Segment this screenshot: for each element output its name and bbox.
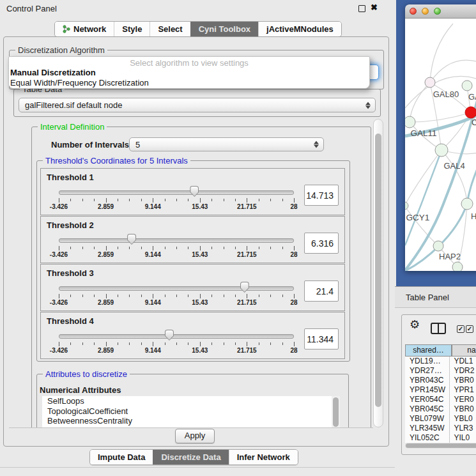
checkbox-icon[interactable]: ✓ <box>466 325 473 333</box>
threshold-slider[interactable]: -3.4262.8599.14415.4321.71528 <box>59 330 294 355</box>
table-column-header[interactable]: shared… <box>405 344 452 357</box>
slider-tick-label: -3.426 <box>50 203 68 210</box>
table-row[interactable]: YDL19…YDL1 <box>405 357 476 366</box>
network-edge[interactable] <box>438 204 467 246</box>
threshold-label: Threshold 1 <box>47 173 339 182</box>
table-row[interactable]: YPR145WYPR1 <box>405 385 476 395</box>
threshold-slider[interactable]: -3.4262.8599.14415.4321.71528 <box>59 282 294 307</box>
table-cell: YPR145W <box>405 385 450 395</box>
network-window-titlebar[interactable] <box>405 4 476 19</box>
network-node[interactable] <box>433 241 443 251</box>
network-canvas[interactable]: GAL80GACGAL11GAL4GCY1HHAP2 <box>405 19 476 271</box>
slider-tick <box>70 295 71 297</box>
attributes-list-scrollbar[interactable] <box>332 396 340 428</box>
attribute-list-item[interactable]: SelfLoops <box>42 396 332 406</box>
slider-track[interactable] <box>59 238 294 243</box>
tab-tab-label: Network <box>73 24 106 34</box>
slider-tick <box>106 294 107 298</box>
table-data-combobox[interactable]: galFiltered.sif default node <box>19 98 376 112</box>
apply-button[interactable]: Apply <box>175 429 215 443</box>
network-node-label: GAL11 <box>410 128 436 138</box>
tab-impute-data[interactable]: Impute Data <box>90 450 153 464</box>
float-window-icon[interactable] <box>358 5 365 12</box>
slider-tick <box>129 247 130 249</box>
threshold-value-field[interactable]: 6.316 <box>304 233 339 254</box>
threshold-slider-row: -3.4262.8599.14415.4321.7152811.344 <box>47 330 339 355</box>
algorithm-option[interactable]: Equal Width/Frequency Discretization <box>9 78 369 88</box>
slider-tick-label: 21.715 <box>237 299 257 306</box>
number-of-intervals-label: Number of Intervals <box>51 140 129 150</box>
network-node[interactable] <box>461 198 473 210</box>
tab-select[interactable]: Select <box>150 22 190 36</box>
close-icon[interactable]: ✖ <box>371 3 378 12</box>
zoom-traffic-light-icon[interactable] <box>434 8 441 15</box>
slider-handle[interactable] <box>165 330 174 341</box>
threshold-label: Threshold 3 <box>47 268 339 278</box>
slider-tick <box>259 199 259 201</box>
tab-discretize-data[interactable]: Discretize Data <box>153 450 228 464</box>
slider-tick <box>282 199 283 201</box>
threshold-value-field[interactable]: 11.344 <box>304 328 339 349</box>
network-edge[interactable] <box>410 82 430 122</box>
slider-tick <box>176 199 177 201</box>
threshold-value-field[interactable]: 14.713 <box>304 185 339 206</box>
slider-tick-label: 2.859 <box>98 203 114 210</box>
threshold-slider-row: -3.4262.8599.14415.4321.7152814.713 <box>47 186 339 211</box>
network-node[interactable] <box>452 262 463 271</box>
attribute-list-item[interactable]: BetweennessCentrality <box>42 416 332 426</box>
slider-handle[interactable] <box>190 186 199 197</box>
network-node[interactable] <box>405 202 408 210</box>
slider-tick <box>94 247 95 249</box>
tab-infer-network[interactable]: Infer Network <box>229 450 298 464</box>
table-row[interactable]: YER054CYER0 <box>405 395 476 404</box>
slider-tick <box>129 199 130 201</box>
number-of-intervals-value: 5 <box>135 140 140 150</box>
table-cell: YIL052C <box>405 433 450 443</box>
network-window[interactable]: GAL80GACGAL11GAL4GCY1HHAP2 <box>405 4 476 271</box>
threshold-slider[interactable]: -3.4262.8599.14415.4321.71528 <box>59 234 294 259</box>
table-cell: YBL0 <box>450 414 476 424</box>
slider-handle[interactable] <box>240 282 249 293</box>
algorithm-option[interactable]: Manual Discretization <box>9 68 369 78</box>
slider-track[interactable] <box>59 334 294 339</box>
minimize-traffic-light-icon[interactable] <box>422 8 429 15</box>
network-thick-edge[interactable] <box>405 150 441 245</box>
table-row[interactable]: YBR045CYBR0 <box>405 404 476 414</box>
close-traffic-light-icon[interactable] <box>410 8 417 15</box>
slider-tick <box>176 295 177 297</box>
network-node[interactable] <box>465 107 476 118</box>
slider-tick <box>211 295 212 297</box>
threshold-slider[interactable]: -3.4262.8599.14415.4321.71528 <box>59 186 294 211</box>
tab-jactivemnodules[interactable]: jActiveMNodules <box>258 22 341 36</box>
network-edge[interactable] <box>430 60 476 82</box>
slider-track[interactable] <box>59 286 294 291</box>
table-data-value: galFiltered.sif default node <box>25 100 122 110</box>
slider-tick <box>200 246 201 250</box>
slider-track[interactable] <box>59 190 294 195</box>
tab-cyni-toolbox[interactable]: Cyni Toolbox <box>190 22 258 36</box>
table-row[interactable]: YBL079WYBL0 <box>405 414 476 424</box>
table-row[interactable]: YIL052CYIL0 <box>405 433 476 443</box>
network-node[interactable] <box>462 81 472 91</box>
threshold-value-field[interactable]: 21.4 <box>304 280 339 302</box>
tab-network[interactable]: Network <box>55 22 114 36</box>
table-row[interactable]: YLR345WYLR3 <box>405 424 476 433</box>
network-node[interactable] <box>435 144 448 157</box>
tab-style[interactable]: Style <box>114 22 150 36</box>
network-node[interactable] <box>405 116 415 128</box>
number-of-intervals-combobox[interactable]: 5 <box>129 137 324 151</box>
network-node[interactable] <box>425 77 435 88</box>
table-horizontal-scrollbar[interactable] <box>405 443 476 449</box>
network-edge[interactable] <box>430 24 453 82</box>
attribute-list-item[interactable]: TopologicalCoefficient <box>42 406 332 417</box>
slider-tick-label: 9.144 <box>145 347 161 354</box>
panel-vertical-scrollbar[interactable] <box>373 119 383 427</box>
gear-icon[interactable]: ⚙ <box>410 319 420 330</box>
slider-handle[interactable] <box>127 234 136 245</box>
numerical-attributes-list: SelfLoopsTopologicalCoefficientBetweenne… <box>42 396 332 428</box>
table-column-header[interactable]: na <box>452 344 476 357</box>
table-row[interactable]: YDR27…YDR2 <box>405 366 476 376</box>
table-row[interactable]: YBR043CYBR0 <box>405 376 476 385</box>
checkbox-icon[interactable]: ✓ <box>457 325 464 333</box>
column-layout-icon[interactable] <box>431 323 446 334</box>
